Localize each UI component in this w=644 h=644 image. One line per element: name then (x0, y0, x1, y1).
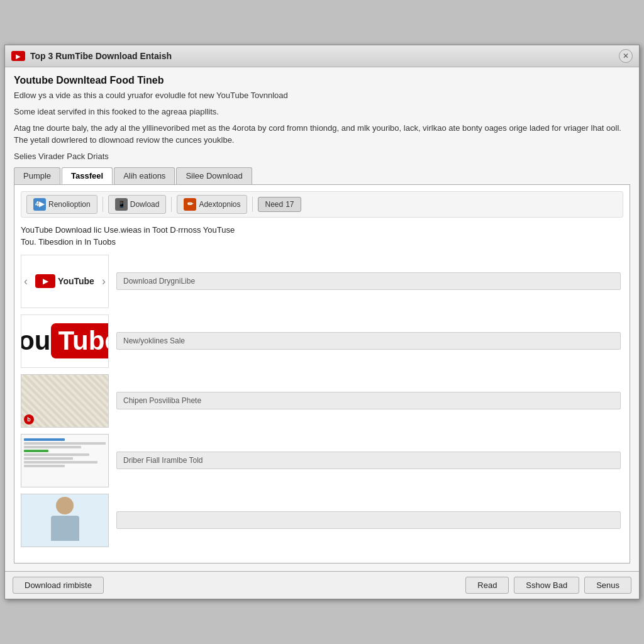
person-head (56, 497, 74, 514)
renolioption-button[interactable]: 4▶ Renolioption (26, 195, 97, 214)
item-info-5 (116, 511, 621, 529)
adextopnios-button[interactable]: ✏ Adextopnios (177, 195, 247, 214)
toolbar-divider-1 (103, 197, 103, 212)
need-button[interactable]: Need 17 (258, 197, 301, 212)
adextopnios-label: Adextopnios (199, 200, 240, 209)
subtitle-line-1: YouTube Download lic Use.wieas in Toot D… (21, 224, 623, 236)
close-button[interactable]: ✕ (619, 49, 633, 63)
item-input-4[interactable] (116, 452, 621, 469)
map-badge: b (24, 414, 34, 425)
sshow-bad-button[interactable]: Sshow Bad (514, 577, 579, 594)
dowload-icon: 📱 (115, 198, 128, 211)
senus-button[interactable]: Senus (584, 577, 631, 594)
thumbnail-webpage (21, 434, 109, 487)
description-4: Selies Virader Pack Driats (14, 151, 630, 162)
next-arrow-icon[interactable]: › (102, 275, 106, 288)
item-input-1[interactable] (116, 272, 621, 290)
toolbar: 4▶ Renolioption 📱 Dowload ✏ Adextopnios … (21, 191, 623, 218)
item-info-2 (116, 332, 621, 350)
window-title: Top 3 RumTibe Download Entaish (30, 51, 619, 61)
description-3: Atag tne dourte baly, the ady al the yll… (14, 123, 630, 145)
thumbnail-yt-big: You Tube (21, 314, 109, 368)
toolbar-divider-3 (252, 197, 253, 212)
yt-text: YouTube (58, 276, 94, 286)
title-bar: Top 3 RumTibe Download Entaish ✕ (5, 45, 639, 67)
dowload-button[interactable]: 📱 Dowload (108, 195, 167, 214)
content-area: Youtube Downltead Food Tineb Edlow ys a … (5, 67, 639, 571)
person-shape (46, 497, 84, 544)
prev-arrow-icon[interactable]: ‹ (24, 275, 28, 288)
read-button[interactable]: Read (465, 577, 509, 594)
main-panel: 4▶ Renolioption 📱 Dowload ✏ Adextopnios … (14, 184, 630, 564)
app-icon (11, 51, 25, 61)
yt-you-text: You (21, 326, 51, 356)
renolioption-icon: 4▶ (33, 198, 46, 211)
item-input-3[interactable] (116, 392, 621, 409)
yt-icon: ▶ (35, 274, 55, 288)
dowload-label: Dowload (130, 200, 160, 209)
download-rimbiste-button[interactable]: Download rimbiste (13, 577, 104, 594)
list-item: You Tube (21, 314, 621, 368)
description-1: Edlow ys a vide as this a could yruafor … (14, 90, 630, 101)
footer-bar: Download rimbiste Read Sshow Bad Senus (5, 571, 639, 599)
thumbnail-map: b (21, 374, 109, 428)
adextopnios-icon: ✏ (184, 198, 196, 211)
toolbar-divider-2 (171, 197, 172, 212)
thumbnail-person (21, 494, 109, 547)
panel-subtitle: YouTube Download lic Use.wieas in Toot D… (21, 224, 623, 248)
tabs-bar: Pumple Tassfeel Alih eations Silee Downl… (14, 167, 630, 184)
item-info-3 (116, 392, 621, 409)
yt-tube-wrap: Tube (51, 323, 109, 358)
page-title: Youtube Downltead Food Tineb (14, 75, 630, 86)
person-body (51, 516, 79, 541)
need-value: 17 (286, 200, 294, 209)
tab-tassfeel[interactable]: Tassfeel (62, 167, 113, 184)
item-info-4 (116, 452, 621, 469)
tab-silee-download[interactable]: Silee Download (176, 167, 252, 184)
description-2: Some ideat servifed in this fooked to th… (14, 106, 630, 118)
item-input-2[interactable] (116, 332, 621, 350)
tab-alih-eations[interactable]: Alih eations (114, 167, 175, 184)
subtitle-line-2: Tou. Tibesdion in In Tuobs (21, 236, 623, 248)
item-input-5[interactable] (116, 511, 621, 529)
youtube-logo-small: ▶ YouTube (35, 274, 94, 288)
thumbnail-yt-nav: ‹ ▶ YouTube › (21, 255, 109, 308)
need-label: Need (265, 200, 283, 209)
webpage-content (24, 437, 106, 469)
main-window: Top 3 RumTibe Download Entaish ✕ Youtube… (4, 45, 640, 599)
youtube-big-logo: You Tube (21, 323, 109, 358)
item-info-1 (116, 272, 621, 290)
list-item: b (21, 374, 621, 428)
list-item: ‹ ▶ YouTube › (21, 255, 621, 308)
content-list: ‹ ▶ YouTube › (21, 255, 623, 557)
tab-pumple[interactable]: Pumple (14, 167, 60, 184)
list-item (21, 494, 621, 547)
list-item (21, 434, 621, 487)
renolioption-label: Renolioption (48, 200, 91, 209)
yt-tube-text: Tube (58, 326, 109, 356)
